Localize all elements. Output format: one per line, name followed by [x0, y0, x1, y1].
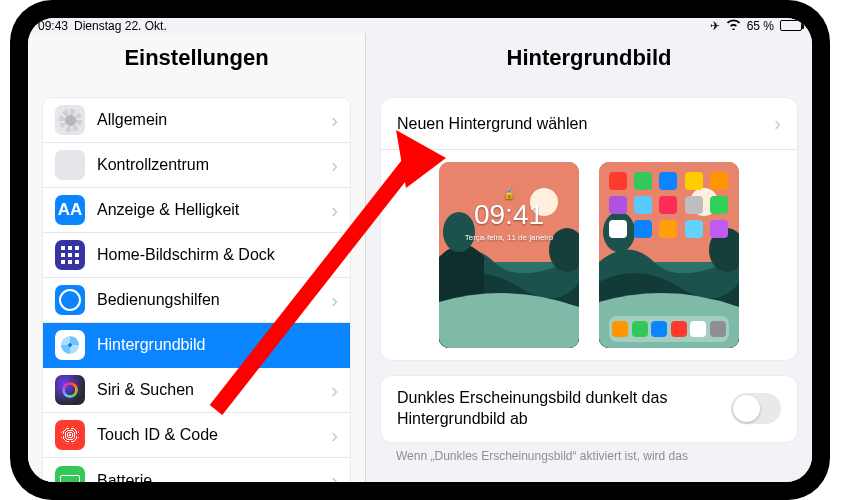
dock-app-icon	[651, 321, 667, 337]
chevron-right-icon: ›	[331, 424, 338, 447]
chevron-right-icon: ›	[331, 469, 338, 482]
sidebar-item-label: Touch ID & Code	[97, 426, 218, 444]
wallpaper-icon	[55, 330, 85, 360]
dark-dim-footer: Wenn „Dunkles Erscheinungsbild“ aktivier…	[366, 443, 812, 463]
battery-settings-icon	[55, 466, 85, 483]
battery-icon	[780, 20, 802, 31]
app-icon	[634, 172, 652, 190]
sidebar-item-label: Allgemein	[97, 111, 167, 129]
sidebar-item-label: Hintergrundbild	[97, 336, 206, 354]
chevron-right-icon: ›	[331, 289, 338, 312]
dock	[609, 316, 729, 342]
settings-list: Allgemein › Kontrollzentrum › AA Anzeige…	[42, 97, 351, 482]
choose-new-wallpaper-row[interactable]: Neuen Hintergrund wählen ›	[381, 98, 797, 150]
sidebar-item-label: Bedienungshilfen	[97, 291, 220, 309]
chevron-right-icon: ›	[331, 154, 338, 177]
status-date: Dienstag 22. Okt.	[74, 19, 167, 33]
display-brightness-icon: AA	[55, 195, 85, 225]
sidebar-item-touchid[interactable]: Touch ID & Code ›	[43, 413, 350, 458]
app-icon	[609, 172, 627, 190]
home-screen-preview[interactable]	[599, 162, 739, 348]
ipad-bezel: 09:43 Dienstag 22. Okt. ✈︎ 65 % Einstell…	[10, 0, 830, 500]
app-icon	[659, 172, 677, 190]
home-screen-icon	[55, 240, 85, 270]
chevron-right-icon: ›	[331, 199, 338, 222]
sidebar-item-wallpaper[interactable]: Hintergrundbild	[43, 323, 350, 368]
status-time: 09:43	[38, 19, 68, 33]
app-icon	[634, 196, 652, 214]
lock-screen-preview[interactable]: 🔒 09:41 Terça-feira, 11 de janeiro	[439, 162, 579, 348]
sidebar-item-control-center[interactable]: Kontrollzentrum ›	[43, 143, 350, 188]
app-icon	[710, 196, 728, 214]
sidebar-item-label: Anzeige & Helligkeit	[97, 201, 239, 219]
screen: 09:43 Dienstag 22. Okt. ✈︎ 65 % Einstell…	[28, 18, 812, 482]
home-screen-overlay	[599, 162, 739, 348]
chevron-right-icon: ›	[331, 379, 338, 402]
battery-percent: 65 %	[747, 19, 774, 33]
dark-dim-row: Dunkles Erscheinungsbild dunkelt das Hin…	[381, 376, 797, 442]
app-grid	[609, 172, 729, 238]
dock-app-icon	[612, 321, 628, 337]
dark-dim-label: Dunkles Erscheinungsbild dunkelt das Hin…	[397, 388, 717, 430]
sidebar-item-label: Batterie	[97, 472, 152, 483]
dark-dim-switch[interactable]	[731, 393, 781, 424]
settings-sidebar: Einstellungen Allgemein › Kontrollzentru…	[28, 33, 366, 482]
detail-title: Hintergrundbild	[366, 33, 812, 83]
choose-label: Neuen Hintergrund wählen	[397, 115, 587, 133]
wallpaper-card: Neuen Hintergrund wählen ›	[380, 97, 798, 361]
sidebar-title: Einstellungen	[28, 33, 365, 83]
siri-icon	[55, 375, 85, 405]
app-icon	[710, 220, 728, 238]
airplane-mode-icon: ✈︎	[710, 19, 720, 33]
lock-icon: 🔒	[503, 188, 515, 199]
dark-dim-card: Dunkles Erscheinungsbild dunkelt das Hin…	[380, 375, 798, 443]
gear-icon	[55, 105, 85, 135]
dock-app-icon	[690, 321, 706, 337]
detail-pane: Hintergrundbild Neuen Hintergrund wählen…	[366, 33, 812, 482]
sidebar-item-label: Kontrollzentrum	[97, 156, 209, 174]
lock-date: Terça-feira, 11 de janeiro	[465, 233, 554, 242]
status-bar: 09:43 Dienstag 22. Okt. ✈︎ 65 %	[28, 18, 812, 33]
sidebar-item-accessibility[interactable]: Bedienungshilfen ›	[43, 278, 350, 323]
app-icon	[685, 196, 703, 214]
dock-app-icon	[710, 321, 726, 337]
dock-app-icon	[671, 321, 687, 337]
sidebar-item-label: Siri & Suchen	[97, 381, 194, 399]
lock-screen-overlay: 🔒 09:41 Terça-feira, 11 de janeiro	[439, 162, 579, 348]
chevron-right-icon: ›	[331, 109, 338, 132]
app-icon	[609, 196, 627, 214]
sidebar-item-label: Home-Bildschirm & Dock	[97, 246, 275, 264]
chevron-right-icon: ›	[774, 112, 781, 135]
app-icon	[634, 220, 652, 238]
accessibility-icon	[55, 285, 85, 315]
app-icon	[685, 220, 703, 238]
wifi-icon	[726, 18, 741, 33]
app-icon	[609, 220, 627, 238]
lock-clock: 09:41	[474, 199, 544, 231]
touch-id-icon	[55, 420, 85, 450]
control-center-icon	[55, 150, 85, 180]
wallpaper-previews: 🔒 09:41 Terça-feira, 11 de janeiro	[381, 150, 797, 360]
sidebar-item-homescreen[interactable]: Home-Bildschirm & Dock ›	[43, 233, 350, 278]
sidebar-item-general[interactable]: Allgemein ›	[43, 98, 350, 143]
app-icon	[659, 220, 677, 238]
app-icon	[685, 172, 703, 190]
sidebar-item-siri[interactable]: Siri & Suchen ›	[43, 368, 350, 413]
sidebar-item-battery[interactable]: Batterie ›	[43, 458, 350, 482]
dock-app-icon	[632, 321, 648, 337]
app-icon	[710, 172, 728, 190]
chevron-right-icon: ›	[331, 244, 338, 267]
sidebar-item-display[interactable]: AA Anzeige & Helligkeit ›	[43, 188, 350, 233]
app-icon	[659, 196, 677, 214]
